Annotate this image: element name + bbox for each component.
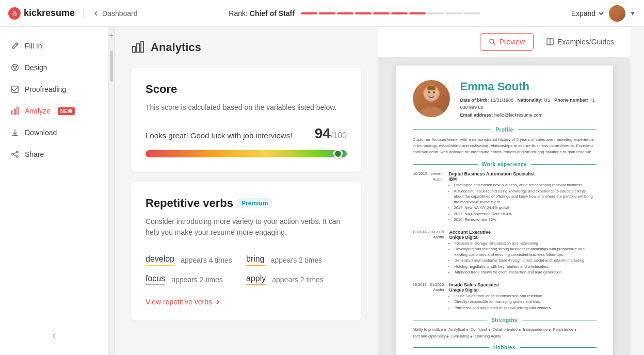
- scroll-track[interactable]: +: [108, 27, 115, 355]
- repetitive-verbs-description: Consider introducing more variety to you…: [146, 216, 347, 238]
- profile-divider: Profile: [413, 127, 597, 133]
- preview-panel: Preview Examples/Guides: [378, 27, 631, 355]
- preview-button[interactable]: Preview: [480, 33, 534, 51]
- score-row: Looks great! Good luck with job intervie…: [146, 125, 347, 142]
- verb-grid: develop appears 4 times bring appears 2 …: [146, 250, 347, 289]
- score-bar: [146, 150, 347, 157]
- job-2-bullets: Focused in storage, virtualization and n…: [449, 241, 596, 276]
- analytics-icon: [131, 39, 146, 56]
- rank-seg-3: [337, 12, 353, 14]
- svg-point-2: [16, 66, 17, 67]
- avatar[interactable]: [609, 5, 625, 22]
- svg-line-15: [494, 43, 496, 45]
- job-item-2: 11/2014 - 10/2015 Austin Account Executi…: [413, 230, 597, 276]
- verb-word-focus: focus: [146, 274, 165, 285]
- rank-seg-9: [445, 12, 462, 14]
- header-right: Expand ▼: [571, 5, 636, 22]
- sidebar-item-download[interactable]: Download: [0, 122, 108, 143]
- job-2-content: Account Executive Unique Digital Focused…: [449, 230, 596, 276]
- logo-text: kickresume: [24, 8, 75, 19]
- score-card-subtitle: This score is calculated based on the va…: [146, 102, 347, 113]
- resume-name: Emma South: [460, 80, 597, 93]
- strengths-grid: Ability to prioritize Analytical Confide…: [413, 327, 597, 338]
- job-3-bullets: Inside Sales from leads to conversion an…: [449, 294, 596, 311]
- resume-preview: Emma South Date of birth: 12/31/1988 Nat…: [378, 57, 631, 355]
- rank-seg-1: [301, 12, 317, 14]
- resume-document: Emma South Date of birth: 12/31/1988 Nat…: [396, 66, 613, 355]
- analytics-title: Analytics: [151, 41, 201, 54]
- resume-profile-text: Customer-focused leader with a demonstra…: [413, 137, 597, 155]
- job-item-1: 10/2015 - present Austin Digital Busines…: [413, 171, 597, 223]
- expand-button[interactable]: Expand: [571, 9, 605, 18]
- verb-item-apply: apply appears 2 times: [246, 270, 347, 289]
- hobbies-divider: Hobbies: [413, 345, 597, 350]
- check-icon: [10, 85, 20, 94]
- view-repetitive-verbs-link[interactable]: View repetitive verbs: [146, 298, 347, 306]
- rank-seg-6: [391, 12, 408, 14]
- card-title-row: Repetitive verbs Premium: [146, 197, 347, 210]
- chevron-left-icon: [92, 9, 100, 18]
- sidebar-item-design[interactable]: Design: [0, 57, 108, 78]
- svg-rect-7: [17, 108, 19, 115]
- svg-point-1: [13, 66, 14, 67]
- svg-point-18: [418, 107, 445, 117]
- logo-icon: ♨: [8, 7, 21, 20]
- verb-item-develop: develop appears 4 times: [146, 250, 246, 270]
- sidebar-item-analyze[interactable]: Analyze NEW: [0, 100, 108, 122]
- score-card: Score This score is calculated based on …: [131, 68, 361, 172]
- scroll-thumb[interactable]: [110, 51, 113, 82]
- logo[interactable]: ♨ kickresume: [8, 7, 75, 20]
- verb-count-focus: appears 2 times: [171, 276, 223, 284]
- resume-photo-inner: [413, 80, 450, 117]
- verb-word-apply: apply: [246, 274, 266, 285]
- sidebar-item-share[interactable]: Share: [0, 143, 108, 165]
- sidebar-item-proofreading[interactable]: Proofreading: [0, 78, 108, 100]
- svg-point-14: [490, 39, 494, 43]
- score-value: 94/100: [315, 125, 347, 142]
- sidebar-label-design: Design: [25, 63, 47, 72]
- job-1-bullets: Developed and closed new business, while…: [449, 183, 597, 223]
- collapse-icon: [50, 331, 59, 341]
- book-icon: [546, 38, 554, 46]
- rank-label: Rank: Chief of Staff: [229, 9, 295, 18]
- rank-seg-2: [319, 12, 335, 14]
- palette-icon: [10, 63, 20, 72]
- svg-point-21: [433, 91, 435, 93]
- avatar-chevron-icon[interactable]: ▼: [630, 10, 636, 17]
- bar-chart-icon: [131, 39, 146, 54]
- sidebar-label-share: Share: [25, 150, 44, 158]
- edit-icon: [10, 41, 20, 51]
- verb-item-bring: bring appears 2 times: [246, 250, 347, 270]
- chevron-down-icon: [598, 10, 605, 17]
- svg-rect-6: [14, 109, 16, 114]
- arrow-right-icon: [214, 298, 221, 305]
- strengths-divider: Strengths: [413, 317, 597, 323]
- person-silhouette: [413, 80, 450, 117]
- scroll-plus-icon[interactable]: +: [109, 31, 114, 40]
- examples-guides-button[interactable]: Examples/Guides: [538, 34, 622, 50]
- job-1-content: Digital Business Automation Specialist I…: [449, 171, 597, 223]
- sidebar-collapse-button[interactable]: [0, 325, 108, 347]
- dashboard-label: Dashboard: [102, 9, 138, 18]
- back-button[interactable]: Dashboard: [92, 9, 138, 18]
- search-icon: [489, 38, 496, 45]
- job-item-3: 08/2013 - 01/2015 Austin Inside Sales Sp…: [413, 282, 597, 312]
- sidebar-item-fill-in[interactable]: Fill In: [0, 35, 108, 57]
- job-2-date: 11/2014 - 10/2015 Austin: [413, 230, 444, 276]
- rank-bar: [301, 12, 480, 14]
- rank-seg-7: [409, 12, 426, 14]
- verb-item-focus: focus appears 2 times: [146, 270, 246, 289]
- work-divider: Work experience: [413, 162, 597, 167]
- content-area: + Analytics Score This score is calculat…: [108, 27, 644, 355]
- score-card-title: Score: [146, 83, 347, 96]
- rank-seg-4: [355, 12, 372, 14]
- header-divider: [83, 8, 84, 19]
- resume-info: Date of birth: 12/31/1988 Nationality: U…: [460, 96, 597, 119]
- svg-rect-11: [133, 46, 135, 52]
- analytics-header: Analytics: [131, 39, 361, 56]
- sidebar-label-analyze: Analyze: [25, 107, 51, 115]
- chart-icon: [10, 106, 20, 116]
- svg-point-10: [12, 153, 14, 155]
- preview-toolbar: Preview Examples/Guides: [378, 27, 631, 57]
- header: ♨ kickresume Dashboard Rank: Chief of St…: [0, 0, 644, 27]
